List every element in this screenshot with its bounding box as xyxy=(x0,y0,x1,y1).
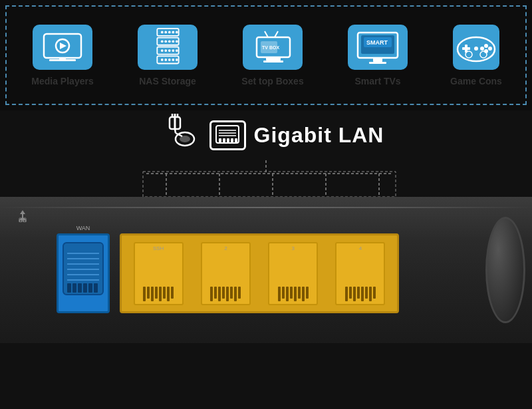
lan-port-4: 4 xyxy=(335,242,385,305)
svg-rect-35 xyxy=(263,61,283,63)
lan-port-3-teeth xyxy=(278,287,309,301)
svg-rect-83 xyxy=(67,283,71,293)
tvbox-svg: TV BOX xyxy=(251,29,295,66)
svg-rect-7 xyxy=(157,47,178,55)
dashed-lines-section xyxy=(0,160,532,197)
lan-label-area: Gigabit LAN xyxy=(148,114,384,157)
media-players-icon xyxy=(33,24,92,70)
set-top-boxes-icon: TV BOX xyxy=(243,24,303,70)
svg-point-23 xyxy=(176,49,178,52)
media-player-svg xyxy=(43,33,82,63)
devices-border: Media Players xyxy=(5,5,527,105)
svg-point-28 xyxy=(176,59,178,61)
lan-port-1-teeth xyxy=(143,287,174,301)
svg-rect-65 xyxy=(235,138,237,142)
smart-tvs-icon: SMART xyxy=(348,24,408,70)
svg-text:TV BOX: TV BOX xyxy=(262,45,279,50)
svg-point-19 xyxy=(160,49,163,52)
svg-point-45 xyxy=(484,44,488,48)
svg-marker-2 xyxy=(60,43,66,49)
gamepad-svg xyxy=(453,29,499,66)
game-consoles-label: Game Cons xyxy=(450,76,502,86)
svg-point-11 xyxy=(168,31,170,34)
svg-point-21 xyxy=(168,49,170,52)
svg-line-29 xyxy=(265,31,268,37)
device-set-top-boxes: TV BOX Set top Boxes xyxy=(236,24,309,86)
svg-text:SMART: SMART xyxy=(366,39,388,46)
nas-svg xyxy=(150,27,186,67)
svg-point-20 xyxy=(164,49,167,52)
svg-rect-5 xyxy=(157,29,178,36)
svg-point-51 xyxy=(480,51,487,58)
wan-port-svg xyxy=(61,240,106,307)
main-container: Media Players xyxy=(0,0,532,409)
svg-line-58 xyxy=(175,129,176,133)
svg-rect-40 xyxy=(373,58,382,62)
top-section: Media Players xyxy=(0,0,532,110)
svg-point-48 xyxy=(480,47,484,51)
usb-icon xyxy=(15,209,31,222)
svg-rect-88 xyxy=(94,283,98,293)
connector-section: Gigabit LAN xyxy=(0,110,532,160)
game-consoles-icon xyxy=(446,24,506,70)
smarttv-svg: SMART xyxy=(354,29,401,66)
svg-point-18 xyxy=(176,40,178,43)
svg-point-9 xyxy=(160,31,163,34)
wan-port: WAN xyxy=(57,233,110,313)
svg-rect-64 xyxy=(231,138,233,142)
lan-port-3-num: 3 xyxy=(291,245,294,251)
lan-port-2-teeth xyxy=(210,287,241,301)
svg-point-10 xyxy=(164,31,167,34)
lan-port-1: SSH xyxy=(134,242,184,305)
cable-connector-svg xyxy=(148,114,201,157)
lan-port-4-num: 4 xyxy=(359,245,362,251)
usb-indicator xyxy=(15,209,31,224)
svg-rect-84 xyxy=(72,283,76,293)
svg-point-25 xyxy=(164,59,167,61)
svg-rect-85 xyxy=(78,283,82,293)
lan-port-2-num: 2 xyxy=(224,245,227,251)
svg-line-30 xyxy=(275,31,278,37)
svg-rect-62 xyxy=(223,138,225,142)
device-smart-tvs: SMART Smart TVs xyxy=(341,24,414,86)
svg-rect-87 xyxy=(88,283,92,293)
router-back-panel: WAN SSH 2 xyxy=(0,197,532,343)
svg-point-26 xyxy=(168,59,170,61)
device-media-players: Media Players xyxy=(26,24,99,86)
surface-line xyxy=(0,207,532,208)
svg-point-27 xyxy=(172,59,174,61)
wan-port-container: WAN xyxy=(57,233,110,313)
svg-point-15 xyxy=(164,40,167,43)
svg-rect-77 xyxy=(143,172,396,197)
svg-point-12 xyxy=(172,31,174,34)
svg-rect-86 xyxy=(83,283,87,293)
media-players-label: Media Players xyxy=(31,76,93,86)
lan-port-3: 3 xyxy=(268,242,318,305)
lan-port-icon xyxy=(209,120,246,150)
lan-port-2: 2 xyxy=(201,242,251,305)
device-nas-storage: NAS Storage xyxy=(131,24,204,86)
svg-point-16 xyxy=(168,40,170,43)
svg-rect-4 xyxy=(59,58,66,61)
svg-rect-34 xyxy=(266,57,281,61)
svg-rect-61 xyxy=(219,138,221,142)
svg-point-49 xyxy=(474,47,478,51)
svg-point-22 xyxy=(172,49,174,52)
svg-rect-8 xyxy=(157,56,178,63)
svg-rect-6 xyxy=(157,38,178,45)
lan-port-1-label: SSH xyxy=(153,245,164,251)
svg-point-24 xyxy=(160,59,163,61)
side-knob xyxy=(485,217,525,323)
lan-ports-container: SSH 2 xyxy=(120,233,399,313)
svg-point-17 xyxy=(172,40,174,43)
svg-point-50 xyxy=(466,51,472,58)
dashed-lines-svg xyxy=(0,160,532,197)
lan-port-4-teeth xyxy=(345,287,376,301)
wan-label: WAN xyxy=(76,225,90,231)
set-top-boxes-label: Set top Boxes xyxy=(241,76,303,86)
smart-tvs-label: Smart TVs xyxy=(354,76,400,86)
svg-rect-63 xyxy=(227,138,229,142)
nas-storage-label: NAS Storage xyxy=(139,76,196,86)
device-game-consoles: Game Cons xyxy=(446,24,506,86)
svg-point-46 xyxy=(488,47,492,51)
